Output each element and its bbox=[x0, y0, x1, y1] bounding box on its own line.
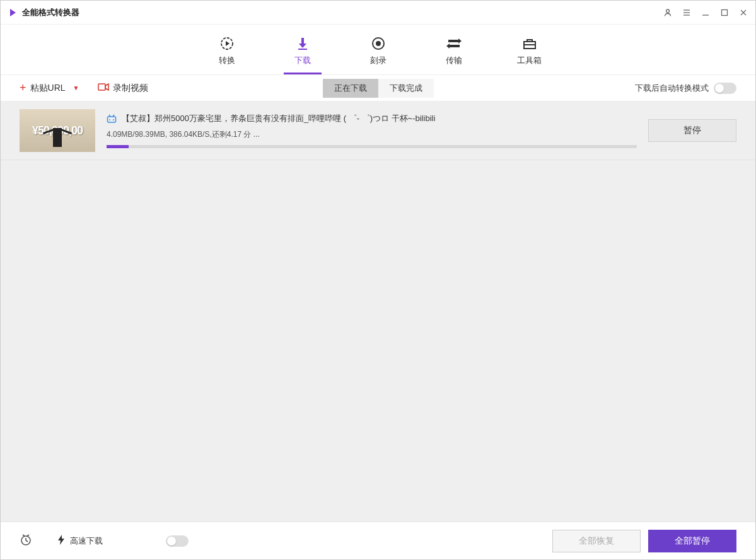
record-video-button[interactable]: 录制视频 bbox=[98, 83, 148, 94]
download-item: ¥50,000,00 【艾叔】郑州5000万豪宅里，养条巨贵有没有排面_哔哩哔哩… bbox=[1, 102, 755, 160]
svg-marker-0 bbox=[10, 9, 16, 16]
tab-convert[interactable]: 转换 bbox=[208, 36, 246, 74]
auto-convert-section: 下载后自动转换模式 bbox=[635, 83, 736, 94]
thumbnail-figure bbox=[53, 128, 62, 147]
title-row: 【艾叔】郑州5000万豪宅里，养条巨贵有没有排面_哔哩哔哩 ( ゜- ゜)つロ … bbox=[107, 113, 637, 124]
svg-rect-16 bbox=[448, 40, 460, 42]
tab-label: 传输 bbox=[446, 55, 462, 66]
speed-download-label: 高速下载 bbox=[70, 535, 103, 547]
download-list: ¥50,000,00 【艾叔】郑州5000万豪宅里，养条巨贵有没有排面_哔哩哔哩… bbox=[1, 102, 755, 522]
tab-download[interactable]: 下载 bbox=[284, 36, 322, 74]
download-icon bbox=[294, 36, 311, 51]
pause-button[interactable]: 暂停 bbox=[648, 119, 736, 142]
download-status: 4.09MB/98.39MB, 386.04KB/S,还剩4.17 分 ... bbox=[107, 129, 637, 140]
burn-icon bbox=[370, 36, 387, 51]
svg-rect-6 bbox=[722, 9, 728, 15]
close-icon[interactable] bbox=[739, 8, 748, 17]
progress-fill bbox=[107, 145, 129, 148]
svg-marker-10 bbox=[226, 41, 230, 46]
svg-rect-17 bbox=[448, 45, 460, 47]
auto-convert-label: 下载后自动转换模式 bbox=[635, 83, 709, 94]
svg-line-31 bbox=[26, 540, 28, 542]
maximize-icon[interactable] bbox=[720, 8, 729, 17]
toolbar: + 粘贴URL ▼ 录制视频 正在下载 下载完成 下载后自动转换模式 bbox=[1, 75, 755, 102]
tab-label: 工具箱 bbox=[517, 55, 542, 66]
auto-convert-toggle[interactable] bbox=[714, 83, 736, 94]
window-controls bbox=[663, 8, 748, 17]
plus-icon: + bbox=[20, 81, 26, 95]
svg-rect-24 bbox=[108, 117, 116, 122]
footer: 高速下载 全部恢复 全部暂停 bbox=[1, 522, 755, 559]
subtab-completed[interactable]: 下载完成 bbox=[378, 79, 434, 98]
footer-buttons: 全部恢复 全部暂停 bbox=[552, 530, 736, 552]
svg-line-33 bbox=[27, 535, 29, 536]
tab-transfer[interactable]: 传输 bbox=[435, 36, 473, 74]
app-window: 全能格式转换器 转换 bbox=[0, 0, 756, 560]
schedule-icon[interactable] bbox=[20, 534, 32, 549]
convert-icon bbox=[219, 36, 235, 51]
svg-marker-34 bbox=[58, 535, 64, 545]
download-info: 【艾叔】郑州5000万豪宅里，养条巨贵有没有排面_哔哩哔哩 ( ゜- ゜)つロ … bbox=[107, 113, 637, 148]
menu-icon[interactable] bbox=[682, 8, 691, 17]
bolt-icon bbox=[57, 535, 65, 547]
chevron-down-icon: ▼ bbox=[73, 85, 79, 91]
user-icon[interactable] bbox=[663, 8, 672, 17]
subtab-downloading[interactable]: 正在下载 bbox=[323, 79, 378, 98]
toolbox-icon bbox=[521, 36, 538, 51]
bilibili-icon bbox=[107, 114, 117, 123]
speed-download-section: 高速下载 bbox=[57, 535, 103, 547]
paste-url-label: 粘贴URL bbox=[30, 83, 66, 94]
tab-label: 下载 bbox=[294, 55, 311, 66]
tab-toolbox[interactable]: 工具箱 bbox=[511, 36, 549, 74]
speed-download-toggle[interactable] bbox=[166, 535, 189, 547]
download-thumbnail: ¥50,000,00 bbox=[20, 109, 95, 152]
svg-line-32 bbox=[23, 535, 25, 536]
main-tabs: 转换 下载 刻录 传输 工具箱 bbox=[1, 25, 755, 75]
svg-rect-22 bbox=[98, 84, 105, 90]
app-title: 全能格式转换器 bbox=[22, 7, 663, 18]
titlebar: 全能格式转换器 bbox=[1, 1, 755, 25]
svg-marker-19 bbox=[446, 44, 450, 49]
record-video-label: 录制视频 bbox=[113, 83, 148, 94]
tab-burn[interactable]: 刻录 bbox=[359, 36, 397, 74]
pause-all-button[interactable]: 全部暂停 bbox=[648, 530, 736, 552]
tab-label: 刻录 bbox=[370, 55, 387, 66]
svg-marker-12 bbox=[299, 44, 306, 48]
tab-label: 转换 bbox=[219, 55, 235, 66]
camera-icon bbox=[98, 83, 109, 93]
svg-rect-13 bbox=[298, 49, 307, 50]
subtabs: 正在下载 下载完成 bbox=[323, 79, 434, 98]
resume-all-button[interactable]: 全部恢复 bbox=[552, 530, 641, 552]
svg-point-1 bbox=[666, 9, 670, 13]
progress-bar bbox=[107, 145, 637, 148]
svg-marker-18 bbox=[458, 38, 462, 44]
app-logo-icon bbox=[8, 8, 17, 17]
minimize-icon[interactable] bbox=[701, 8, 710, 17]
transfer-icon bbox=[446, 36, 462, 51]
download-title: 【艾叔】郑州5000万豪宅里，养条巨贵有没有排面_哔哩哔哩 ( ゜- ゜)つロ … bbox=[122, 113, 435, 124]
paste-url-button[interactable]: + 粘贴URL ▼ bbox=[20, 81, 79, 95]
svg-point-15 bbox=[376, 42, 380, 45]
svg-rect-11 bbox=[301, 38, 304, 44]
